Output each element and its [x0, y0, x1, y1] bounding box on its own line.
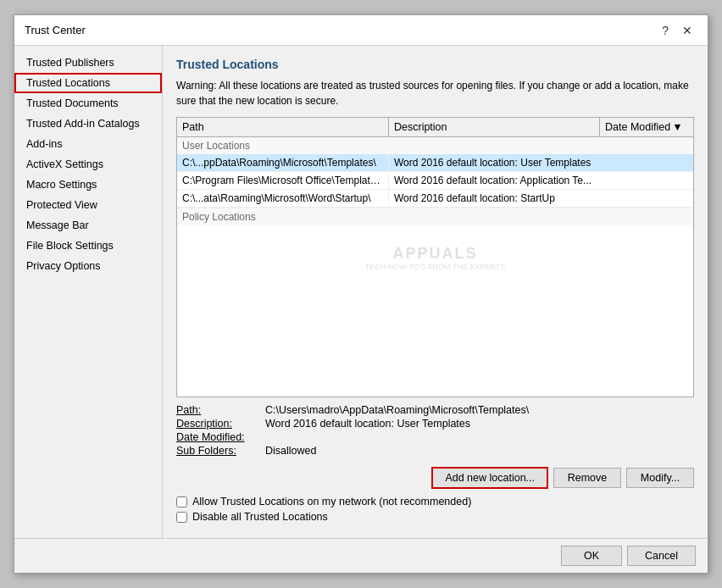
sidebar-item-activex-settings[interactable]: ActiveX Settings	[14, 154, 162, 175]
row-desc: Word 2016 default location: User Templat…	[389, 154, 596, 171]
table-row[interactable]: C:\Program Files\Microsoft Office\Templa…	[177, 172, 693, 190]
action-buttons-row: Add new location... Remove Modify...	[176, 467, 694, 489]
detail-section: Path: C:\Users\madro\AppData\Roaming\Mic…	[176, 404, 694, 458]
title-bar: Trust Center ? ✕	[14, 15, 708, 46]
description-detail-value: Word 2016 default location: User Templat…	[265, 418, 470, 430]
subfolders-detail-label: Sub Folders:	[176, 445, 265, 457]
table-row[interactable]: C:\...ppData\Roaming\Microsoft\Templates…	[177, 154, 693, 172]
locations-table-wrapper: Path Description Date Modified ▼ User Lo…	[176, 117, 694, 397]
trust-center-dialog: Trust Center ? ✕ Trusted PublishersTrust…	[14, 14, 708, 574]
sidebar-item-privacy-options[interactable]: Privacy Options	[14, 256, 162, 276]
header-path: Path	[177, 118, 389, 136]
sidebar-item-trusted-publishers[interactable]: Trusted Publishers	[14, 53, 162, 73]
content-title: Trusted Locations	[176, 58, 694, 71]
allow-network-label: Allow Trusted Locations on my network (n…	[192, 496, 471, 508]
allow-network-checkbox[interactable]	[176, 496, 187, 508]
close-button[interactable]: ✕	[677, 23, 697, 38]
modify-button[interactable]: Modify...	[626, 468, 694, 488]
table-body[interactable]: User Locations C:\...ppData\Roaming\Micr…	[177, 137, 693, 397]
title-bar-controls: ? ✕	[657, 23, 697, 38]
checkboxes-section: Allow Trusted Locations on my network (n…	[176, 496, 694, 526]
date-detail-row: Date Modified:	[176, 431, 694, 443]
row-desc: Word 2016 default location: StartUp	[389, 190, 560, 207]
warning-text: Warning: All these locations are treated…	[176, 78, 694, 108]
disable-all-label: Disable all Trusted Locations	[192, 511, 328, 523]
add-new-location-button[interactable]: Add new location...	[431, 467, 548, 489]
sidebar-item-trusted-documents[interactable]: Trusted Documents	[14, 93, 162, 114]
sidebar-item-macro-settings[interactable]: Macro Settings	[14, 175, 162, 195]
description-detail-label: Description:	[176, 418, 265, 430]
row-path: C:\...ppData\Roaming\Microsoft\Templates…	[177, 154, 389, 171]
subfolders-detail-row: Sub Folders: Disallowed	[176, 445, 694, 457]
row-path: C:\Program Files\Microsoft Office\Templa…	[177, 172, 389, 189]
sidebar-item-add-ins[interactable]: Add-ins	[14, 134, 162, 154]
cancel-button[interactable]: Cancel	[627, 546, 696, 566]
help-button[interactable]: ?	[657, 23, 674, 38]
ok-button[interactable]: OK	[561, 546, 622, 566]
row-path: C:\...ata\Roaming\Microsoft\Word\Startup…	[177, 190, 389, 207]
user-locations-label: User Locations	[177, 137, 693, 154]
path-detail-label: Path:	[176, 404, 265, 416]
table-row[interactable]: C:\...ata\Roaming\Microsoft\Word\Startup…	[177, 190, 693, 208]
date-detail-label: Date Modified:	[176, 431, 265, 443]
dialog-body: Trusted PublishersTrusted LocationsTrust…	[14, 46, 708, 538]
table-header: Path Description Date Modified ▼	[177, 118, 693, 137]
allow-network-checkbox-row: Allow Trusted Locations on my network (n…	[176, 496, 694, 508]
path-detail-value: C:\Users\madro\AppData\Roaming\Microsoft…	[265, 404, 529, 416]
description-detail-row: Description: Word 2016 default location:…	[176, 418, 694, 430]
disable-all-checkbox[interactable]	[176, 512, 187, 523]
main-content: Trusted Locations Warning: All these loc…	[163, 46, 708, 538]
dialog-title: Trust Center	[25, 24, 86, 36]
subfolders-detail-value: Disallowed	[265, 445, 316, 457]
sidebar-item-trusted-locations[interactable]: Trusted Locations	[14, 73, 162, 93]
header-date-modified: Date Modified ▼	[600, 118, 693, 136]
sidebar-item-trusted-add-ins[interactable]: Trusted Add-in Catalogs	[14, 114, 162, 134]
remove-button[interactable]: Remove	[553, 468, 621, 488]
sidebar-item-message-bar[interactable]: Message Bar	[14, 215, 162, 236]
sidebar-item-file-block-settings[interactable]: File Block Settings	[14, 236, 162, 256]
row-desc: Word 2016 default location: Application …	[389, 172, 597, 189]
disable-all-checkbox-row: Disable all Trusted Locations	[176, 511, 694, 523]
locations-table: Path Description Date Modified ▼ User Lo…	[176, 117, 694, 397]
sidebar-item-protected-view[interactable]: Protected View	[14, 195, 162, 215]
watermark: APPUALS TECH HOW-TO'S FROM THE EXPERTS	[365, 244, 506, 270]
policy-locations-label: Policy Locations	[177, 208, 693, 225]
dialog-footer: OK Cancel	[14, 538, 708, 573]
path-detail-row: Path: C:\Users\madro\AppData\Roaming\Mic…	[176, 404, 694, 416]
sidebar: Trusted PublishersTrusted LocationsTrust…	[14, 46, 163, 538]
header-description: Description	[389, 118, 600, 136]
